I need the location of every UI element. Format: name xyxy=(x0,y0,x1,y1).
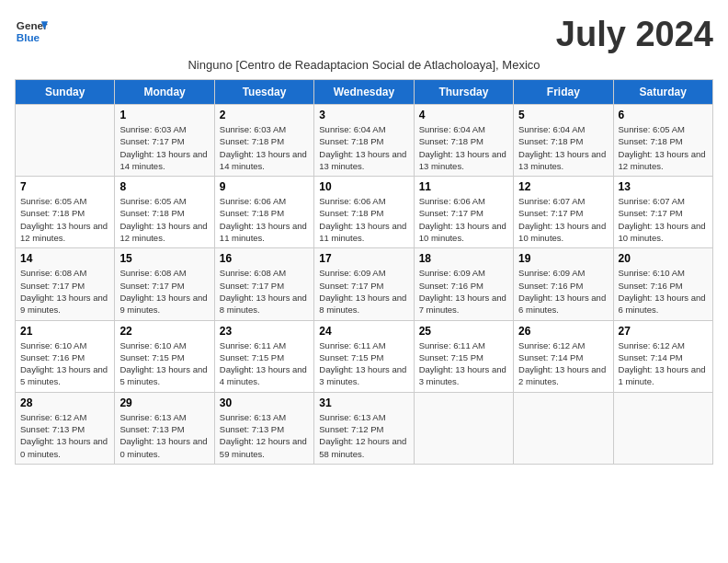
day-number: 6 xyxy=(619,109,708,121)
page-title: July 2024 xyxy=(556,15,713,54)
day-of-week-header: Wednesday xyxy=(314,80,414,105)
calendar-week-row: 21Sunrise: 6:10 AM Sunset: 7:16 PM Dayli… xyxy=(16,320,713,392)
day-number: 9 xyxy=(220,180,309,193)
day-number: 5 xyxy=(518,109,608,121)
day-number: 2 xyxy=(220,109,309,121)
calendar-day-cell: 8Sunrise: 6:05 AM Sunset: 7:18 PM Daylig… xyxy=(115,177,214,248)
calendar-day-cell: 25Sunrise: 6:11 AM Sunset: 7:15 PM Dayli… xyxy=(414,320,513,392)
day-number: 23 xyxy=(220,325,309,338)
day-of-week-header: Thursday xyxy=(414,80,513,105)
calendar-day-cell: 31Sunrise: 6:13 AM Sunset: 7:12 PM Dayli… xyxy=(314,392,414,464)
page-subtitle: Ninguno [Centro de Readaptacion Social d… xyxy=(15,58,713,72)
day-number: 1 xyxy=(119,109,209,121)
day-info: Sunrise: 6:08 AM Sunset: 7:17 PM Dayligh… xyxy=(20,267,109,316)
day-number: 7 xyxy=(20,180,109,193)
calendar-day-cell: 5Sunrise: 6:04 AM Sunset: 7:18 PM Daylig… xyxy=(514,105,613,177)
day-number: 12 xyxy=(518,180,608,193)
day-info: Sunrise: 6:09 AM Sunset: 7:16 PM Dayligh… xyxy=(419,267,508,316)
day-number: 3 xyxy=(319,109,408,121)
calendar-day-cell: 9Sunrise: 6:06 AM Sunset: 7:18 PM Daylig… xyxy=(214,177,313,248)
calendar-day-cell: 21Sunrise: 6:10 AM Sunset: 7:16 PM Dayli… xyxy=(16,320,115,392)
day-info: Sunrise: 6:10 AM Sunset: 7:16 PM Dayligh… xyxy=(20,339,109,388)
calendar-day-cell xyxy=(16,105,115,177)
day-info: Sunrise: 6:10 AM Sunset: 7:16 PM Dayligh… xyxy=(619,267,708,316)
day-number: 14 xyxy=(20,252,109,265)
calendar-day-cell: 4Sunrise: 6:04 AM Sunset: 7:18 PM Daylig… xyxy=(414,105,513,177)
calendar-day-cell: 11Sunrise: 6:06 AM Sunset: 7:17 PM Dayli… xyxy=(414,177,513,248)
day-number: 17 xyxy=(319,252,408,265)
calendar-header-row: SundayMondayTuesdayWednesdayThursdayFrid… xyxy=(16,80,713,105)
day-info: Sunrise: 6:07 AM Sunset: 7:17 PM Dayligh… xyxy=(518,195,608,244)
day-number: 11 xyxy=(419,180,508,193)
day-info: Sunrise: 6:11 AM Sunset: 7:15 PM Dayligh… xyxy=(319,339,408,388)
day-number: 19 xyxy=(518,252,608,265)
day-of-week-header: Sunday xyxy=(16,80,115,105)
day-info: Sunrise: 6:12 AM Sunset: 7:14 PM Dayligh… xyxy=(518,339,608,388)
day-info: Sunrise: 6:10 AM Sunset: 7:15 PM Dayligh… xyxy=(119,339,209,388)
svg-text:Blue: Blue xyxy=(17,31,40,43)
calendar-day-cell: 16Sunrise: 6:08 AM Sunset: 7:17 PM Dayli… xyxy=(214,248,313,320)
day-number: 29 xyxy=(119,396,209,409)
day-number: 28 xyxy=(20,396,109,409)
calendar-day-cell: 7Sunrise: 6:05 AM Sunset: 7:18 PM Daylig… xyxy=(16,177,115,248)
day-number: 26 xyxy=(518,325,608,338)
calendar-day-cell: 24Sunrise: 6:11 AM Sunset: 7:15 PM Dayli… xyxy=(314,320,414,392)
calendar-week-row: 14Sunrise: 6:08 AM Sunset: 7:17 PM Dayli… xyxy=(16,248,713,320)
page-header: General Blue July 2024 xyxy=(15,15,713,54)
day-number: 8 xyxy=(119,180,209,193)
day-number: 21 xyxy=(20,325,109,338)
day-info: Sunrise: 6:09 AM Sunset: 7:17 PM Dayligh… xyxy=(319,267,408,316)
calendar-day-cell: 14Sunrise: 6:08 AM Sunset: 7:17 PM Dayli… xyxy=(16,248,115,320)
calendar-day-cell: 28Sunrise: 6:12 AM Sunset: 7:13 PM Dayli… xyxy=(16,392,115,464)
calendar-week-row: 1Sunrise: 6:03 AM Sunset: 7:17 PM Daylig… xyxy=(16,105,713,177)
day-info: Sunrise: 6:13 AM Sunset: 7:13 PM Dayligh… xyxy=(119,411,209,460)
day-number: 25 xyxy=(419,325,508,338)
calendar-day-cell: 15Sunrise: 6:08 AM Sunset: 7:17 PM Dayli… xyxy=(115,248,214,320)
calendar-day-cell: 26Sunrise: 6:12 AM Sunset: 7:14 PM Dayli… xyxy=(514,320,613,392)
day-info: Sunrise: 6:05 AM Sunset: 7:18 PM Dayligh… xyxy=(619,123,708,172)
day-of-week-header: Friday xyxy=(514,80,613,105)
day-info: Sunrise: 6:03 AM Sunset: 7:18 PM Dayligh… xyxy=(220,123,309,172)
calendar-day-cell: 18Sunrise: 6:09 AM Sunset: 7:16 PM Dayli… xyxy=(414,248,513,320)
day-info: Sunrise: 6:06 AM Sunset: 7:17 PM Dayligh… xyxy=(419,195,508,244)
calendar-day-cell: 19Sunrise: 6:09 AM Sunset: 7:16 PM Dayli… xyxy=(514,248,613,320)
day-info: Sunrise: 6:04 AM Sunset: 7:18 PM Dayligh… xyxy=(319,123,408,172)
logo-icon: General Blue xyxy=(15,15,48,48)
day-of-week-header: Saturday xyxy=(613,80,712,105)
calendar-day-cell: 3Sunrise: 6:04 AM Sunset: 7:18 PM Daylig… xyxy=(314,105,414,177)
day-of-week-header: Tuesday xyxy=(214,80,313,105)
day-number: 20 xyxy=(619,252,708,265)
day-number: 24 xyxy=(319,325,408,338)
calendar-day-cell: 17Sunrise: 6:09 AM Sunset: 7:17 PM Dayli… xyxy=(314,248,414,320)
calendar-table: SundayMondayTuesdayWednesdayThursdayFrid… xyxy=(15,79,713,465)
day-info: Sunrise: 6:13 AM Sunset: 7:12 PM Dayligh… xyxy=(319,411,408,460)
calendar-day-cell: 10Sunrise: 6:06 AM Sunset: 7:18 PM Dayli… xyxy=(314,177,414,248)
calendar-day-cell: 1Sunrise: 6:03 AM Sunset: 7:17 PM Daylig… xyxy=(115,105,214,177)
day-info: Sunrise: 6:08 AM Sunset: 7:17 PM Dayligh… xyxy=(220,267,309,316)
day-number: 4 xyxy=(419,109,508,121)
calendar-week-row: 28Sunrise: 6:12 AM Sunset: 7:13 PM Dayli… xyxy=(16,392,713,464)
day-number: 10 xyxy=(319,180,408,193)
day-info: Sunrise: 6:11 AM Sunset: 7:15 PM Dayligh… xyxy=(220,339,309,388)
day-info: Sunrise: 6:05 AM Sunset: 7:18 PM Dayligh… xyxy=(20,195,109,244)
day-info: Sunrise: 6:06 AM Sunset: 7:18 PM Dayligh… xyxy=(220,195,309,244)
day-info: Sunrise: 6:11 AM Sunset: 7:15 PM Dayligh… xyxy=(419,339,508,388)
day-info: Sunrise: 6:12 AM Sunset: 7:13 PM Dayligh… xyxy=(20,411,109,460)
calendar-day-cell: 13Sunrise: 6:07 AM Sunset: 7:17 PM Dayli… xyxy=(613,177,712,248)
day-number: 31 xyxy=(319,396,408,409)
logo: General Blue xyxy=(15,15,48,48)
day-info: Sunrise: 6:12 AM Sunset: 7:14 PM Dayligh… xyxy=(619,339,708,388)
day-number: 15 xyxy=(119,252,209,265)
calendar-day-cell xyxy=(414,392,513,464)
day-number: 16 xyxy=(220,252,309,265)
day-number: 30 xyxy=(220,396,309,409)
calendar-day-cell: 30Sunrise: 6:13 AM Sunset: 7:13 PM Dayli… xyxy=(214,392,313,464)
day-number: 22 xyxy=(119,325,209,338)
day-info: Sunrise: 6:13 AM Sunset: 7:13 PM Dayligh… xyxy=(220,411,309,460)
calendar-day-cell: 27Sunrise: 6:12 AM Sunset: 7:14 PM Dayli… xyxy=(613,320,712,392)
calendar-day-cell xyxy=(613,392,712,464)
calendar-day-cell: 23Sunrise: 6:11 AM Sunset: 7:15 PM Dayli… xyxy=(214,320,313,392)
day-of-week-header: Monday xyxy=(115,80,214,105)
day-info: Sunrise: 6:07 AM Sunset: 7:17 PM Dayligh… xyxy=(619,195,708,244)
calendar-day-cell: 22Sunrise: 6:10 AM Sunset: 7:15 PM Dayli… xyxy=(115,320,214,392)
